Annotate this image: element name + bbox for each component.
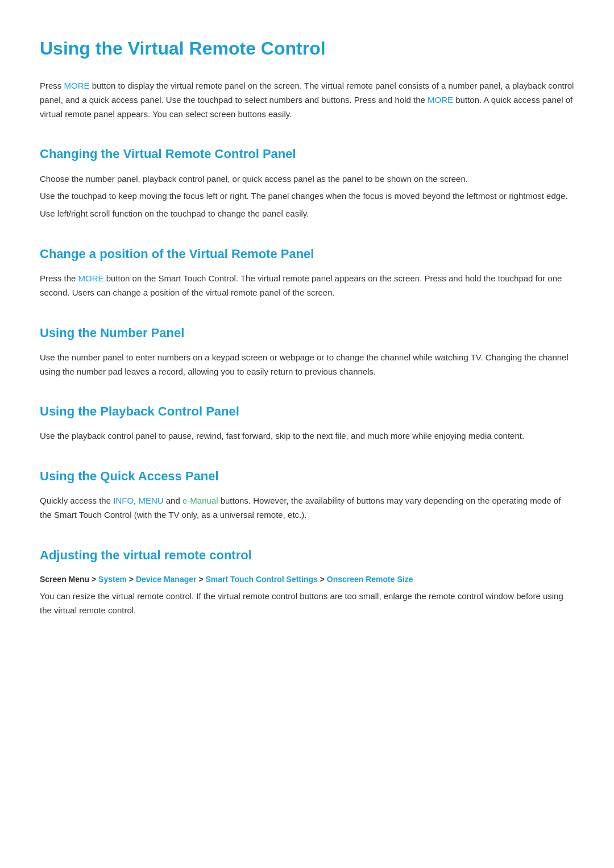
changing-panel-p1: Choose the number panel, playback contro… — [40, 172, 574, 186]
section-number-panel: Using the Number Panel Use the number pa… — [40, 323, 574, 379]
breadcrumb-item1: Screen Menu — [40, 575, 89, 584]
section-adjusting: Adjusting the virtual remote control Scr… — [40, 545, 574, 618]
section-quick-access-body: Quickly access the INFO, MENU and e-Manu… — [40, 494, 574, 522]
section-change-position-body: Press the MORE button on the Smart Touch… — [40, 272, 574, 300]
section-changing-panel-title: Changing the Virtual Remote Control Pane… — [40, 144, 574, 164]
breadcrumb-sep1: > — [89, 575, 98, 584]
changing-panel-p3: Use left/right scroll function on the to… — [40, 207, 574, 221]
section-changing-panel-body: Choose the number panel, playback contro… — [40, 172, 574, 221]
adjusting-body-text: You can resize the virtual remote contro… — [40, 589, 574, 618]
breadcrumb-sep3: > — [197, 575, 206, 584]
section-number-panel-body: Use the number panel to enter numbers on… — [40, 351, 574, 379]
section-quick-access-title: Using the Quick Access Panel — [40, 466, 574, 486]
breadcrumb-item5: Onscreen Remote Size — [327, 575, 413, 584]
intro-more2: MORE — [428, 95, 453, 105]
change-position-more: MORE — [78, 273, 104, 283]
intro-text-part1: Press — [40, 81, 64, 90]
section-playback-panel-body: Use the playback control panel to pause,… — [40, 429, 574, 443]
section-change-position-title: Change a position of the Virtual Remote … — [40, 244, 574, 264]
intro-more1: MORE — [64, 81, 90, 90]
section-number-panel-title: Using the Number Panel — [40, 323, 574, 343]
breadcrumb-item2: System — [98, 575, 127, 584]
section-playback-panel-title: Using the Playback Control Panel — [40, 401, 574, 421]
change-position-text: Press the MORE button on the Smart Touch… — [40, 272, 574, 300]
section-quick-access: Using the Quick Access Panel Quickly acc… — [40, 466, 574, 522]
intro-paragraph: Press MORE button to display the virtual… — [40, 79, 574, 121]
section-adjusting-title: Adjusting the virtual remote control — [40, 545, 574, 565]
section-change-position: Change a position of the Virtual Remote … — [40, 244, 574, 300]
breadcrumb-item4: Smart Touch Control Settings — [205, 575, 317, 584]
change-position-post: button on the Smart Touch Control. The v… — [40, 273, 562, 297]
change-position-pre: Press the — [40, 273, 78, 283]
number-panel-p1: Use the number panel to enter numbers on… — [40, 351, 574, 379]
breadcrumb-item3: Device Manager — [136, 575, 197, 584]
breadcrumb-sep4: > — [318, 575, 327, 584]
playback-panel-p1: Use the playback control panel to pause,… — [40, 429, 574, 443]
section-adjusting-body: Screen Menu > System > Device Manager > … — [40, 573, 574, 618]
section-changing-panel: Changing the Virtual Remote Control Pane… — [40, 144, 574, 221]
quick-access-info-link: INFO — [113, 496, 134, 505]
changing-panel-p2: Use the touchpad to keep moving the focu… — [40, 189, 574, 203]
quick-access-menu-link: MENU — [138, 496, 163, 505]
quick-access-emanual-link: e-Manual — [182, 496, 218, 505]
quick-access-sep2: and — [164, 496, 182, 505]
quick-access-pre: Quickly access the — [40, 496, 113, 505]
breadcrumb: Screen Menu > System > Device Manager > … — [40, 573, 574, 586]
breadcrumb-sep2: > — [127, 575, 136, 584]
section-playback-panel: Using the Playback Control Panel Use the… — [40, 401, 574, 443]
quick-access-text: Quickly access the INFO, MENU and e-Manu… — [40, 494, 574, 522]
page-title: Using the Virtual Remote Control — [40, 34, 574, 63]
